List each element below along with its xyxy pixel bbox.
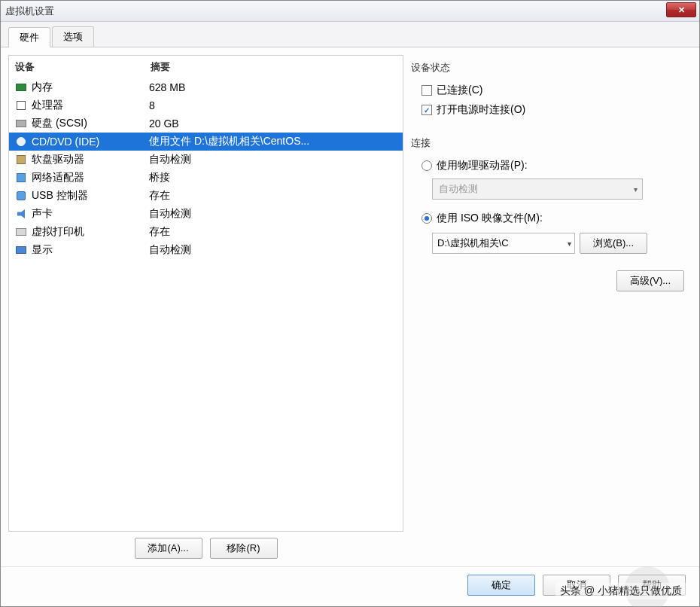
row-summary: 自动检测 [149,153,398,166]
iso-label: 使用 ISO 映像文件(M): [437,212,543,225]
add-button[interactable]: 添加(A)... [135,538,202,559]
window-title: 虚拟机设置 [5,5,54,18]
right-pane: 设备状态 已连接(C) ✓ 打开电源时连接(O) 连接 使用物理驱动器(P): … [409,55,692,563]
vm-settings-window: 虚拟机设置 ✕ 硬件 选项 设备 摘要 内存 628 MB 处 [0,0,700,607]
iso-row: D:\虚拟机相关\C ▾ 浏览(B)... [432,233,687,254]
row-display[interactable]: 显示 自动检测 [9,241,403,259]
browse-button[interactable]: 浏览(B)... [580,233,647,254]
row-label: USB 控制器 [32,189,149,203]
ok-button[interactable]: 确定 [467,575,535,596]
row-label: 声卡 [32,207,149,221]
footer: 确定 取消 帮助 [1,566,699,606]
row-printer[interactable]: 虚拟打印机 存在 [9,223,403,241]
row-summary: 8 [149,99,398,111]
connected-checkbox[interactable] [422,85,432,96]
floppy-icon [14,154,29,166]
row-summary: 桥接 [149,171,398,185]
physical-drive-combo-value: 自动检测 [439,183,478,194]
device-list: 设备 摘要 内存 628 MB 处理器 8 硬盘 (SCSI) 20 GB [8,55,403,532]
row-summary: 自动检测 [149,207,398,221]
connected-label: 已连接(C) [437,84,482,97]
row-label: 处理器 [32,99,149,112]
advanced-button[interactable]: 高级(V)... [616,270,684,291]
row-usb[interactable]: USB 控制器 存在 [9,187,403,205]
radio-dot-icon [425,216,429,221]
row-network[interactable]: 网络适配器 桥接 [9,169,403,187]
row-hdd[interactable]: 硬盘 (SCSI) 20 GB [9,114,403,133]
poweron-checkbox-row[interactable]: ✓ 打开电源时连接(O) [422,103,687,117]
physical-drive-combo[interactable]: 自动检测 ▾ [432,178,643,200]
chevron-down-icon: ▾ [634,185,638,194]
poweron-label: 打开电源时连接(O) [437,103,525,117]
cd-icon [14,136,29,148]
physical-drive-radio-row[interactable]: 使用物理驱动器(P): [422,159,687,172]
left-buttons: 添加(A)... 移除(R) [8,532,403,563]
row-summary: 20 GB [149,117,398,130]
display-icon [14,244,29,256]
row-label: 硬盘 (SCSI) [32,117,149,130]
row-label: CD/DVD (IDE) [32,136,149,148]
close-button[interactable]: ✕ [666,2,696,17]
remove-button[interactable]: 移除(R) [210,538,278,559]
tab-options[interactable]: 选项 [52,26,94,47]
row-label: 内存 [32,81,149,94]
device-list-header: 设备 摘要 [9,56,403,78]
chevron-down-icon: ▾ [568,239,571,248]
row-summary: 628 MB [149,81,398,93]
tab-row: 硬件 选项 [1,22,699,47]
iso-path-value: D:\虚拟机相关\C [437,237,509,249]
row-summary: 存在 [149,225,398,239]
row-summary: 存在 [149,189,398,203]
cpu-icon [14,99,29,111]
group-device-status: 设备状态 [411,61,687,75]
row-summary: 自动检测 [149,243,398,257]
row-summary: 使用文件 D:\虚拟机相关\CentOS... [149,135,398,148]
memory-icon [14,81,29,93]
row-label: 网络适配器 [32,171,149,185]
help-button[interactable]: 帮助 [618,575,686,596]
cancel-button[interactable]: 取消 [543,575,610,596]
group-connection: 连接 [411,136,687,150]
dialog-body: 设备 摘要 内存 628 MB 处理器 8 硬盘 (SCSI) 20 GB [1,47,699,566]
row-label: 软盘驱动器 [32,153,149,166]
row-label: 虚拟打印机 [32,225,149,239]
left-pane: 设备 摘要 内存 628 MB 处理器 8 硬盘 (SCSI) 20 GB [8,55,403,563]
physical-drive-radio[interactable] [422,160,432,171]
titlebar: 虚拟机设置 ✕ [1,1,699,22]
physical-drive-label: 使用物理驱动器(P): [437,159,528,172]
poweron-checkbox[interactable]: ✓ [422,105,432,115]
close-icon: ✕ [678,5,685,15]
connected-checkbox-row[interactable]: 已连接(C) [422,84,687,97]
row-cpu[interactable]: 处理器 8 [9,96,403,114]
header-device: 设备 [15,60,151,74]
row-sound[interactable]: 声卡 自动检测 [9,205,403,223]
usb-icon [14,190,29,202]
network-icon [14,172,29,184]
hdd-icon [14,117,29,130]
tab-hardware[interactable]: 硬件 [8,27,50,47]
printer-icon [14,226,29,238]
row-cddvd[interactable]: CD/DVD (IDE) 使用文件 D:\虚拟机相关\CentOS... [9,133,403,151]
row-label: 显示 [32,243,149,257]
iso-radio-row[interactable]: 使用 ISO 映像文件(M): [422,212,687,225]
row-memory[interactable]: 内存 628 MB [9,78,403,96]
advanced-row: 高级(V)... [411,270,687,291]
header-summary: 摘要 [151,60,397,74]
iso-radio[interactable] [422,213,432,224]
row-floppy[interactable]: 软盘驱动器 自动检测 [9,151,403,169]
sound-icon [14,208,29,220]
iso-path-combo[interactable]: D:\虚拟机相关\C ▾ [432,233,575,254]
check-icon: ✓ [424,106,430,114]
